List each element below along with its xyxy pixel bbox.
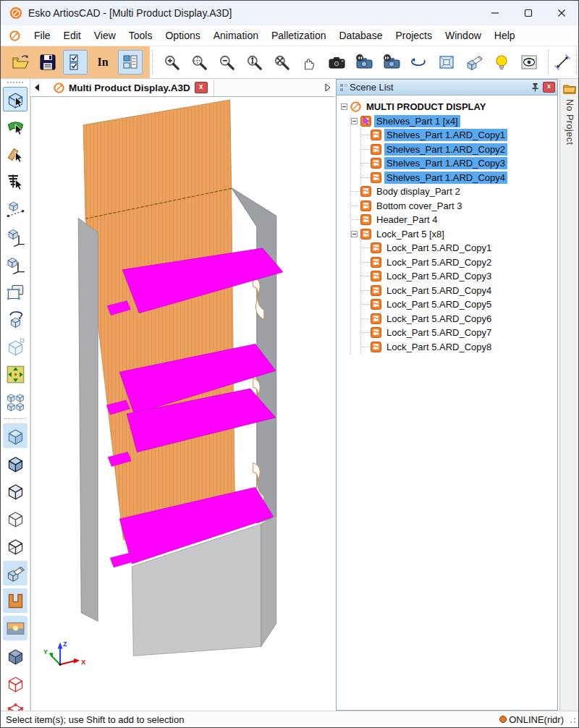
next-view-camera-icon[interactable] [379, 50, 404, 75]
tree-label: Header_Part 4 [374, 213, 440, 226]
3d-viewport[interactable]: Z Y X [30, 97, 334, 711]
scene-list-close-icon[interactable]: x [543, 82, 555, 93]
maximize-button[interactable] [512, 1, 545, 25]
project-side-tab[interactable]: No Project [559, 79, 578, 711]
minimize-button[interactable] [478, 1, 512, 25]
tree-row-copy[interactable]: Shelves_Part 1.ARD_Copy1 [361, 128, 557, 143]
menu-edit[interactable]: Edit [57, 27, 88, 44]
view-flat-icon[interactable] [3, 506, 28, 530]
scene-list-header[interactable]: Scene List x [337, 80, 557, 96]
zoom-out-icon[interactable] [214, 50, 239, 75]
zoom-fit-icon[interactable] [269, 50, 294, 75]
tab-close-icon[interactable]: x [195, 82, 208, 93]
tree-row-copy[interactable]: Lock_Part 5.ARD_Copy6 [361, 312, 557, 326]
close-button[interactable] [545, 1, 578, 25]
view-graphics-icon[interactable] [3, 616, 28, 640]
menu-window[interactable]: Window [439, 27, 488, 44]
part-icon [371, 342, 381, 352]
tree-row-copy[interactable]: Lock_Part 5.ARD_Copy1 [361, 241, 557, 255]
menu-file[interactable]: File [28, 27, 57, 44]
tree-row-copy[interactable]: Shelves_Part 1.ARD_Copy2 [361, 143, 557, 157]
select-crease-tool-icon[interactable] [3, 142, 28, 166]
tab-scroll-right-icon[interactable] [321, 80, 334, 96]
zoom-rescale-icon[interactable] [187, 50, 211, 75]
view-transparent-icon[interactable] [3, 643, 28, 668]
move-designs-tool-icon[interactable] [3, 224, 28, 249]
document-tab[interactable]: Multi Product Display.A3D x [43, 80, 214, 96]
collapse-icon[interactable] [351, 231, 358, 237]
view-solid-icon[interactable] [3, 423, 28, 448]
rotate-view-icon[interactable] [407, 50, 431, 75]
tree-label: Shelves_Part 1.ARD_Copy3 [384, 157, 507, 169]
tree-row-copy[interactable]: Lock_Part 5.ARD_Copy5 [361, 297, 557, 312]
menu-animation[interactable]: Animation [207, 27, 265, 44]
open-folder-icon[interactable] [8, 50, 33, 75]
tree-row-copy[interactable]: Shelves_Part 1.ARD_Copy3 [361, 156, 557, 171]
model-left-wall[interactable] [78, 218, 98, 621]
measure-icon[interactable] [552, 50, 572, 75]
previous-view-camera-icon[interactable] [352, 50, 376, 75]
menu-help[interactable]: Help [488, 27, 522, 44]
collapse-icon[interactable] [351, 118, 358, 124]
tree-row-part[interactable]: Lock_Part 5 [x8] [351, 227, 557, 242]
view-wireframe-icon[interactable] [3, 533, 28, 558]
zoom-in-icon[interactable] [159, 50, 184, 75]
view-outline-points-icon[interactable] [3, 698, 28, 711]
menu-database[interactable]: Database [332, 27, 389, 44]
scene-tree: MULTI PRODUCT DISPLAY Shelves_Part 1 [x4… [337, 96, 557, 710]
model-base-side[interactable] [261, 515, 276, 646]
tab-scroll-left-icon[interactable] [30, 80, 43, 96]
center-tool-icon[interactable] [3, 362, 28, 386]
rotate-design-tool-icon[interactable] [3, 307, 28, 331]
tree-row-copy[interactable]: Lock_Part 5.ARD_Copy3 [361, 269, 557, 284]
tree-row-copy[interactable]: Lock_Part 5.ARD_Copy2 [361, 255, 557, 270]
light-bulb-icon[interactable] [489, 50, 514, 75]
view-corrugation-icon[interactable] [3, 588, 28, 613]
3d-model[interactable]: Z Y X [31, 97, 334, 711]
tree-row-copy[interactable]: Lock_Part 5.ARD_Copy8 [361, 340, 557, 355]
menu-projects[interactable]: Projects [389, 27, 439, 44]
tree-row-part[interactable]: Bottom cover_Part 3 [351, 199, 557, 213]
menu-options[interactable]: Options [159, 27, 206, 44]
layout-panel-icon[interactable] [118, 50, 143, 75]
collapse-icon[interactable] [341, 103, 347, 110]
in-tool-icon[interactable]: In [90, 50, 115, 75]
tree-row-copy[interactable]: Lock_Part 5.ARD_Copy7 [361, 326, 557, 340]
save-icon[interactable] [35, 50, 60, 75]
tree-row-part[interactable]: Header_Part 4 [351, 213, 557, 227]
select-tool-icon[interactable] [3, 87, 28, 111]
tree-row-root[interactable]: MULTI PRODUCT DISPLAY [341, 100, 557, 114]
menu-view[interactable]: View [88, 27, 122, 44]
tree-row-copy[interactable]: Lock_Part 5.ARD_Copy4 [361, 284, 557, 298]
tree-row-part[interactable]: Body display_Part 2 [351, 185, 557, 199]
zoom-height-icon[interactable] [242, 50, 266, 75]
pan-hand-icon[interactable] [297, 50, 321, 75]
visibility-eye-icon[interactable] [517, 50, 541, 75]
view-outline-icon[interactable] [3, 671, 28, 695]
frame-box-icon[interactable] [434, 50, 459, 75]
copy-designs-tool-icon[interactable] [3, 252, 28, 276]
document-tab-title: Multi Product Display.A3D [69, 82, 190, 93]
group-designs-tool-icon[interactable] [3, 389, 28, 414]
snapshot-camera-icon[interactable] [324, 50, 349, 75]
ghost-design-tool-icon[interactable] [3, 334, 28, 359]
menu-tools[interactable]: Tools [122, 27, 159, 44]
resize-grip-icon[interactable] [568, 717, 577, 726]
eraser-3d-icon[interactable] [462, 50, 486, 75]
duplicate-tool-icon[interactable] [3, 279, 28, 304]
pin-icon[interactable] [529, 82, 541, 93]
tree-row-copy[interactable]: Shelves_Part 1.ARD_Copy4 [361, 171, 557, 185]
menu-palletization[interactable]: Palletization [265, 27, 333, 44]
move-point-tool-icon[interactable] [3, 197, 28, 221]
esko-logo-icon [9, 7, 22, 20]
design-checklist-icon[interactable] [63, 50, 88, 75]
toolbar-grip[interactable] [7, 82, 23, 83]
tree-row-part[interactable]: Shelves_Part 1 [x4] [351, 114, 557, 129]
view-solid-edges-icon[interactable] [3, 451, 28, 475]
view-board-thickness-icon[interactable] [3, 561, 28, 585]
axis-y-label: Y [43, 648, 48, 656]
select-hardware-tool-icon[interactable] [3, 169, 28, 194]
select-surface-tool-icon[interactable] [3, 114, 28, 139]
tree-label: Shelves_Part 1.ARD_Copy2 [384, 143, 507, 156]
view-shaded-icon[interactable] [3, 478, 28, 503]
